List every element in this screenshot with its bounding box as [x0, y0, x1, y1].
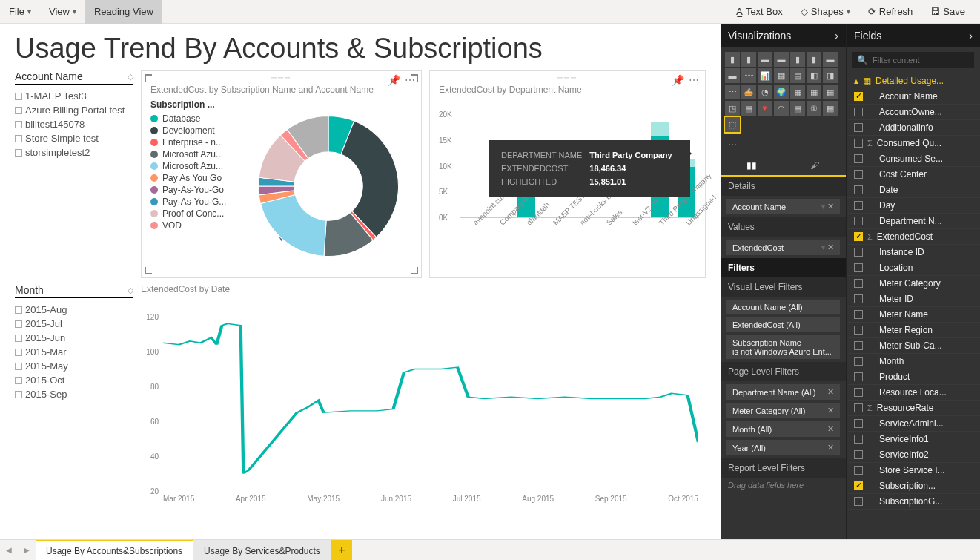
slicer-account-name[interactable]: Account Name◇ 1-MAEP Test3Azure Billing … [15, 70, 133, 159]
reading-view-button[interactable]: Reading View [85, 0, 162, 24]
add-page-button[interactable]: + [331, 540, 352, 560]
checkbox-icon[interactable] [15, 391, 22, 398]
viz-type-icon[interactable]: ◧ [807, 68, 821, 83]
field-item[interactable]: SubscriptionG... [847, 494, 980, 510]
remove-icon[interactable]: ✕ [827, 243, 834, 251]
slicer-item[interactable]: 2015-Sep [15, 387, 133, 401]
checkbox-icon[interactable] [854, 294, 863, 303]
chevron-right-icon[interactable]: › [969, 30, 973, 42]
field-item[interactable]: Department N... [847, 214, 980, 229]
field-search[interactable]: 🔍 [852, 52, 974, 68]
slicer-item[interactable]: storsimpletest2 [15, 145, 133, 159]
checkbox-icon[interactable] [854, 435, 863, 444]
field-item[interactable]: Resource Loca... [847, 385, 980, 401]
checkbox-icon[interactable] [854, 139, 863, 148]
checkbox-icon[interactable] [15, 121, 22, 128]
field-item[interactable]: ServiceAdmini... [847, 416, 980, 432]
filter-item[interactable]: Department Name (All)✕ [726, 384, 840, 400]
viz-type-icon[interactable]: ▮ [807, 52, 821, 67]
checkbox-icon[interactable] [15, 377, 22, 384]
viz-type-icon[interactable]: ▤ [790, 68, 805, 83]
slicer-item[interactable]: Azure Billing Portal test [15, 103, 133, 117]
viz-type-icon[interactable]: ▦ [807, 85, 821, 99]
viz-type-icon[interactable]: ▮ [741, 52, 756, 67]
checkbox-icon[interactable] [854, 497, 863, 506]
file-menu[interactable]: File▾ [0, 0, 40, 24]
checkbox-icon[interactable] [854, 466, 863, 475]
viz-type-icon[interactable]: ◨ [823, 68, 838, 83]
checkbox-icon[interactable] [854, 185, 863, 194]
field-item[interactable]: ΣResourceRate [847, 401, 980, 416]
viz-type-icon[interactable]: ▦ [774, 68, 789, 83]
visual-bar-chart[interactable]: ═══ 📌 ⋯ ExtendedCost by Department Name … [429, 70, 706, 278]
field-item[interactable]: Date [847, 182, 980, 198]
checkbox-icon[interactable] [15, 107, 22, 114]
checkbox-icon[interactable] [15, 306, 22, 314]
field-item[interactable]: Meter Sub-Ca... [847, 338, 980, 354]
viz-type-icon[interactable]: 🌍 [774, 85, 789, 99]
checkbox-icon[interactable] [854, 92, 863, 101]
remove-icon[interactable]: ✕ [827, 424, 834, 434]
details-well[interactable]: Account Name▾ ✕ [726, 199, 840, 214]
resize-handle[interactable] [145, 74, 152, 82]
viz-type-icon[interactable]: ▤ [790, 101, 805, 116]
remove-icon[interactable]: ✕ [827, 443, 834, 452]
remove-icon[interactable]: ✕ [827, 202, 834, 211]
fields-tab[interactable]: ▮▮ [721, 156, 784, 175]
checkbox-icon[interactable] [854, 217, 863, 225]
checkbox-icon[interactable] [15, 335, 22, 342]
resize-handle[interactable] [145, 267, 152, 274]
line-chart[interactable] [163, 317, 698, 491]
viz-type-icon[interactable]: ⋯ [725, 85, 740, 99]
checkbox-icon[interactable] [854, 357, 863, 366]
drag-handle[interactable]: ═══ [557, 74, 577, 82]
slicer-item[interactable]: 2015-Jul [15, 317, 133, 331]
textbox-button[interactable]: A̲Text Box [727, 0, 792, 24]
field-item[interactable]: AdditionalInfo [847, 120, 980, 136]
slicer-item[interactable]: 2015-May [15, 359, 133, 373]
slicer-item[interactable]: 1-MAEP Test3 [15, 89, 133, 103]
shapes-button[interactable]: ◇Shapes▾ [792, 0, 859, 24]
tab-next[interactable]: ▶ [18, 540, 36, 560]
checkbox-icon[interactable] [854, 326, 863, 335]
field-item[interactable]: Month [847, 354, 980, 369]
field-item[interactable]: Meter ID [847, 291, 980, 307]
field-item[interactable]: ServiceInfo2 [847, 447, 980, 463]
viz-type-icon[interactable]: ▮ [725, 52, 740, 67]
viz-type-icon[interactable]: ▦ [823, 85, 838, 99]
pin-icon[interactable]: 📌 [672, 74, 684, 86]
donut-chart[interactable] [251, 108, 406, 264]
checkbox-icon[interactable] [854, 419, 863, 428]
viz-type-icon[interactable]: 🔻 [758, 101, 772, 116]
chevron-right-icon[interactable]: › [835, 30, 838, 42]
checkbox-icon[interactable] [854, 123, 863, 132]
field-item[interactable]: Meter Category [847, 276, 980, 291]
viz-type-icon[interactable]: ▦ [823, 101, 838, 116]
format-tab[interactable]: 🖌 [784, 156, 847, 175]
checkbox-icon[interactable] [854, 450, 863, 459]
field-item[interactable]: Meter Region [847, 323, 980, 338]
slicer-item[interactable]: 2015-Aug [15, 303, 133, 317]
more-menu-icon[interactable]: ⋯ [689, 74, 699, 86]
checkbox-icon[interactable] [854, 248, 863, 257]
field-item[interactable]: Day [847, 198, 980, 214]
checkbox-icon[interactable] [854, 372, 863, 381]
page-tab[interactable]: Usage By Services&Products [193, 540, 331, 560]
field-item[interactable]: Location [847, 260, 980, 276]
checkbox-icon[interactable] [854, 201, 863, 210]
viz-type-icon[interactable]: ▮ [790, 52, 805, 67]
checkbox-icon[interactable] [15, 349, 22, 356]
slicer-item[interactable]: billtest145078 [15, 117, 133, 131]
checkbox-icon[interactable] [15, 363, 22, 370]
field-item[interactable]: Meter Name [847, 307, 980, 323]
checkbox-icon[interactable] [854, 388, 863, 397]
slicer-item[interactable]: 2015-Jun [15, 331, 133, 345]
viz-type-icon[interactable]: ① [807, 101, 821, 116]
checkbox-icon[interactable] [854, 403, 863, 412]
field-item[interactable]: Cost Center [847, 167, 980, 182]
checkbox-icon[interactable] [15, 149, 22, 157]
checkbox-icon[interactable] [854, 108, 863, 116]
more-icon[interactable]: ⋯ [721, 136, 846, 153]
viz-type-icon[interactable]: 📊 [758, 68, 772, 83]
viz-type-icon[interactable]: ▬ [725, 68, 740, 83]
